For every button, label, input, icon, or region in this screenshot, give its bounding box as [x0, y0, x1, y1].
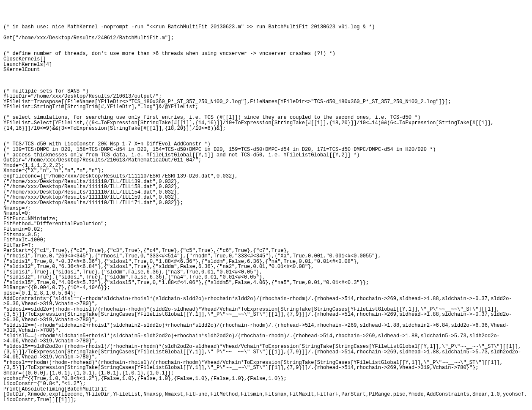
code-content: (* in bash use: nice MathKernel -nopromp… — [3, 25, 529, 410]
